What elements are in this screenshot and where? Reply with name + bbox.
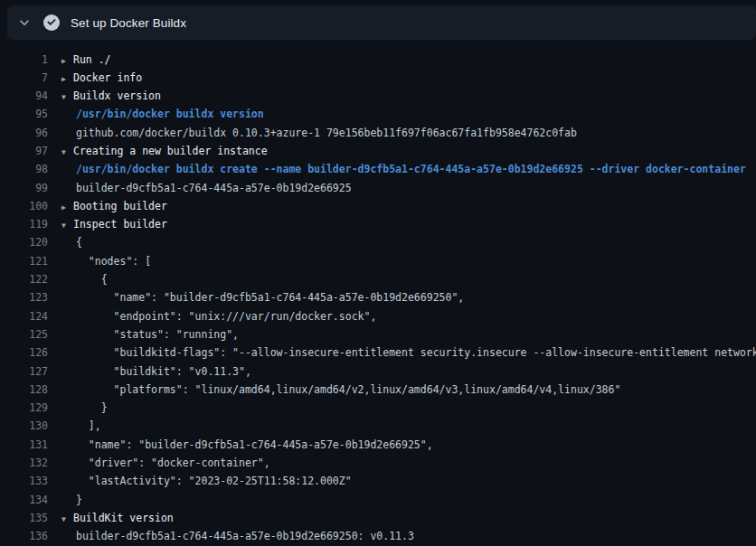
step-log-panel: Set up Docker Buildx 1▶Run ./7▶Docker in…: [0, 5, 756, 546]
group-collapse-icon[interactable]: ▼: [60, 89, 73, 105]
log-row: 96github.com/docker/buildx 0.10.3+azure-…: [0, 124, 756, 142]
log-row: 128 "platforms": "linux/amd64,linux/amd6…: [0, 381, 756, 399]
log-output-line: "driver": "docker-container",: [60, 454, 756, 472]
line-number[interactable]: 100: [0, 197, 48, 215]
line-number[interactable]: 94: [0, 87, 48, 105]
log-row: 129 }: [0, 399, 756, 417]
line-number[interactable]: 130: [0, 417, 48, 435]
line-number[interactable]: 132: [0, 454, 48, 472]
line-number[interactable]: 126: [0, 344, 48, 362]
log-row: 94▼Buildx version: [0, 87, 756, 105]
group-expand-icon[interactable]: ▶: [60, 52, 73, 69]
log-row: 95/usr/bin/docker buildx version: [0, 105, 756, 123]
log-row: 7▶Docker info: [0, 69, 756, 87]
log-row: 134}: [0, 491, 756, 509]
log-command-line: /usr/bin/docker buildx version: [60, 105, 756, 123]
log-row: 126 "buildkitd-flags": "--allow-insecure…: [0, 344, 756, 362]
log-row: 125 "status": "running",: [0, 325, 756, 344]
log-row: 127 "buildkit": "v0.11.3",: [0, 362, 756, 381]
group-title[interactable]: Creating a new builder instance: [73, 145, 268, 157]
log-row: 100▶Booting builder: [0, 197, 756, 215]
log-output-line: "name": "builder-d9cfb5a1-c764-445a-a57e…: [60, 288, 756, 306]
log-output-line: "nodes": [: [60, 252, 756, 270]
log-output-line: "platforms": "linux/amd64,linux/amd64/v2…: [60, 381, 756, 399]
line-number[interactable]: 124: [0, 307, 48, 325]
log-row: 122 {: [0, 270, 756, 288]
log-row: 130 ],: [0, 417, 756, 435]
log-row: 119▼Inspect builder: [0, 215, 756, 233]
chevron-down-icon[interactable]: [18, 16, 31, 29]
line-number[interactable]: 127: [0, 362, 48, 381]
log-group-header[interactable]: ▼Buildx version: [60, 87, 756, 105]
line-number[interactable]: 133: [0, 472, 48, 490]
log-row: 121 "nodes": [: [0, 252, 756, 270]
log-row: 123 "name": "builder-d9cfb5a1-c764-445a-…: [0, 288, 756, 306]
line-number[interactable]: 131: [0, 436, 48, 454]
line-number[interactable]: 128: [0, 381, 48, 399]
log-group-header[interactable]: ▶Docker info: [60, 69, 756, 87]
group-expand-icon[interactable]: ▶: [60, 71, 73, 87]
log-group-header[interactable]: ▼Creating a new builder instance: [60, 142, 756, 160]
log-row: 99builder-d9cfb5a1-c764-445a-a57e-0b19d2…: [0, 179, 756, 197]
log-output-line: ],: [60, 417, 756, 435]
log-row: 120{: [0, 233, 756, 251]
log-output-line: {: [60, 270, 756, 288]
line-number[interactable]: 129: [0, 399, 48, 417]
line-number[interactable]: 120: [0, 233, 48, 251]
log-row: 133 "lastActivity": "2023-02-25T11:58:12…: [0, 472, 756, 490]
log-output-line: "buildkit": "v0.11.3",: [60, 362, 756, 381]
check-circle-icon: [43, 14, 60, 31]
log-output-line: }: [60, 399, 756, 417]
log-output-line: }: [60, 491, 756, 509]
line-number[interactable]: 1: [0, 51, 48, 69]
group-title[interactable]: Run ./: [73, 53, 111, 66]
log-row: 132 "driver": "docker-container",: [0, 454, 756, 472]
group-title[interactable]: Inspect builder: [73, 218, 167, 231]
line-number[interactable]: 98: [0, 160, 48, 178]
line-number[interactable]: 95: [0, 105, 48, 123]
group-title[interactable]: Buildx version: [73, 89, 161, 102]
log-output-line: "buildkitd-flags": "--allow-insecure-ent…: [60, 344, 756, 362]
line-number[interactable]: 122: [0, 270, 48, 288]
log-group-header[interactable]: ▶Booting builder: [60, 197, 756, 215]
log-row: 131 "name": "builder-d9cfb5a1-c764-445a-…: [0, 436, 756, 454]
line-number[interactable]: 119: [0, 215, 48, 233]
group-title[interactable]: Docker info: [73, 71, 142, 84]
log-row: 135▼BuildKit version: [0, 509, 756, 527]
log-group-header[interactable]: ▼BuildKit version: [60, 509, 756, 527]
log-output-line: builder-d9cfb5a1-c764-445a-a57e-0b19d2e6…: [60, 527, 756, 545]
log-row: 136builder-d9cfb5a1-c764-445a-a57e-0b19d…: [0, 527, 756, 545]
group-title[interactable]: BuildKit version: [73, 512, 174, 524]
log-output-line: builder-d9cfb5a1-c764-445a-a57e-0b19d2e6…: [60, 179, 756, 197]
line-number[interactable]: 96: [0, 124, 48, 142]
log-output-line: {: [60, 233, 756, 251]
step-header[interactable]: Set up Docker Buildx: [7, 5, 756, 40]
group-collapse-icon[interactable]: ▼: [60, 217, 73, 233]
log-row: 1▶Run ./: [0, 51, 756, 69]
log-output-line: "status": "running",: [60, 325, 756, 344]
log-row: 97▼Creating a new builder instance: [0, 142, 756, 160]
log-output-line: "endpoint": "unix:///var/run/docker.sock…: [60, 307, 756, 325]
group-expand-icon[interactable]: ▶: [60, 199, 73, 215]
log-group-header[interactable]: ▼Inspect builder: [60, 215, 756, 233]
group-collapse-icon[interactable]: ▼: [60, 511, 73, 527]
log-row: 98/usr/bin/docker buildx create --name b…: [0, 160, 756, 178]
line-number[interactable]: 97: [0, 142, 48, 160]
log-group-header[interactable]: ▶Run ./: [60, 51, 756, 69]
log-command-line: /usr/bin/docker buildx create --name bui…: [60, 160, 756, 178]
line-number[interactable]: 136: [0, 527, 48, 545]
line-number[interactable]: 121: [0, 252, 48, 270]
line-number[interactable]: 135: [0, 509, 48, 527]
group-collapse-icon[interactable]: ▼: [60, 144, 73, 160]
line-number[interactable]: 123: [0, 288, 48, 306]
line-number[interactable]: 125: [0, 325, 48, 344]
line-number[interactable]: 7: [0, 69, 48, 87]
log-output-line: "lastActivity": "2023-02-25T11:58:12.000…: [60, 472, 756, 490]
log-output-line: "name": "builder-d9cfb5a1-c764-445a-a57e…: [60, 436, 756, 454]
step-title: Set up Docker Buildx: [71, 16, 186, 30]
log-row: 124 "endpoint": "unix:///var/run/docker.…: [0, 307, 756, 325]
line-number[interactable]: 134: [0, 491, 48, 509]
log-output-line: github.com/docker/buildx 0.10.3+azure-1 …: [60, 124, 756, 142]
line-number[interactable]: 99: [0, 179, 48, 197]
group-title[interactable]: Booting builder: [73, 200, 167, 212]
